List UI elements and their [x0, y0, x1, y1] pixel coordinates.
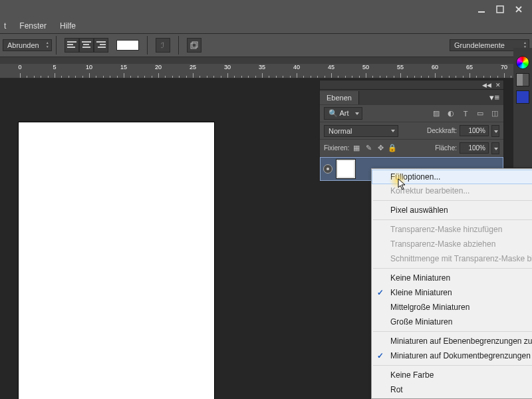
warp-text-button[interactable]: ℐ: [156, 38, 170, 53]
menu-cut[interactable]: t: [4, 20, 13, 32]
menu-hilfe[interactable]: Hilfe: [53, 20, 82, 32]
styles-icon[interactable]: [516, 90, 529, 104]
separator: [373, 219, 532, 220]
lock-label: Fixieren:: [324, 144, 349, 152]
panel-close-icon[interactable]: ✕: [495, 82, 501, 88]
layer-thumbnail[interactable]: [336, 160, 355, 178]
panel-collapse-icon[interactable]: ◀◀: [482, 82, 491, 88]
ctx-small-thumbnails[interactable]: Kleine Miniaturen: [372, 285, 532, 300]
ruler-tick-label: 10: [86, 64, 92, 70]
svg-rect-1: [497, 6, 503, 13]
filter-smart-icon[interactable]: ◫: [490, 109, 499, 118]
color-wheel-icon[interactable]: [516, 56, 529, 69]
ruler-tick-label: 60: [432, 64, 438, 70]
fill-value[interactable]: 100%: [460, 142, 489, 154]
ctx-no-color[interactable]: Keine Farbe: [372, 368, 532, 382]
align-center-button[interactable]: [79, 38, 94, 53]
align-buttons: [65, 38, 108, 53]
layers-tab[interactable]: Ebenen: [320, 91, 359, 104]
ruler-tick-label: 25: [190, 64, 196, 70]
document-tab-strip: [0, 57, 532, 64]
ctx-edit-adjustment: Korrektur bearbeiten...: [372, 184, 532, 198]
svg-rect-2: [191, 43, 196, 49]
ruler-tick-label: 35: [259, 64, 265, 70]
filter-shape-icon[interactable]: ▭: [475, 109, 485, 118]
ctx-add-mask: Transparenz-Maske hinzufügen: [372, 222, 532, 237]
ctx-subtract-mask: Transparenz-Maske abziehen: [372, 237, 532, 251]
panel-menu-icon[interactable]: ▾≡: [485, 92, 503, 102]
ruler-tick-label: 70: [501, 64, 507, 70]
lock-all-icon[interactable]: 🔒: [388, 144, 397, 153]
3d-button[interactable]: [187, 38, 201, 53]
ctx-clip-document-bounds[interactable]: Miniaturen auf Dokumentbegrenzungen zusc…: [372, 348, 532, 363]
ctx-medium-thumbnails[interactable]: Mittelgroße Miniaturen: [372, 300, 532, 315]
fill-slider-button[interactable]: [491, 142, 499, 154]
ctx-large-thumbnails[interactable]: Große Miniaturen: [372, 315, 532, 329]
minimize-button[interactable]: [472, 3, 491, 16]
horizontal-ruler: 0510152025303540455055606570: [0, 64, 532, 78]
ctx-no-thumbnails[interactable]: Keine Miniaturen: [372, 271, 532, 285]
filter-adjust-icon[interactable]: ◐: [446, 109, 456, 118]
document-canvas[interactable]: [19, 122, 214, 399]
opacity-value[interactable]: 100%: [460, 125, 489, 136]
lock-position-icon[interactable]: ✥: [376, 144, 385, 153]
close-button[interactable]: [509, 3, 528, 16]
ctx-select-pixels[interactable]: Pixel auswählen: [372, 203, 532, 217]
filter-type-dropdown[interactable]: 🔍 Art: [324, 107, 362, 120]
options-bar: Abrunden ℐ Grundelemente: [0, 33, 532, 57]
ruler-tick-label: 5: [53, 64, 56, 70]
svg-rect-3: [192, 42, 198, 47]
ruler-tick-label: 0: [18, 64, 21, 70]
ruler-tick-label: 65: [466, 64, 473, 70]
title-bar: [0, 0, 532, 19]
ruler-tick-label: 30: [224, 64, 231, 70]
ruler-tick-label: 50: [362, 64, 369, 70]
align-left-button[interactable]: [65, 38, 79, 53]
filter-image-icon[interactable]: ▨: [432, 109, 441, 118]
ctx-clip-layer-bounds[interactable]: Miniaturen auf Ebenenbegrenzungen zuschn…: [372, 334, 532, 348]
svg-rect-0: [478, 11, 485, 13]
maximize-button[interactable]: [491, 3, 509, 16]
swatches-icon[interactable]: [516, 73, 529, 86]
separator: [147, 36, 148, 55]
right-dock: [513, 48, 532, 168]
blend-mode-dropdown[interactable]: Normal: [324, 125, 398, 137]
separator: [178, 36, 179, 55]
filter-type-icon[interactable]: T: [461, 109, 470, 118]
separator: [373, 365, 532, 366]
ruler-tick-label: 15: [120, 64, 127, 70]
visibility-icon[interactable]: [323, 164, 332, 174]
separator: [373, 268, 532, 269]
ctx-fill-options[interactable]: Fülloptionen...: [372, 170, 532, 184]
ruler-tick-label: 45: [328, 64, 334, 70]
align-right-button[interactable]: [94, 38, 108, 53]
lock-paint-icon[interactable]: ✎: [364, 144, 373, 153]
opacity-slider-button[interactable]: [491, 125, 499, 137]
ctx-intersect-mask: Schnittmenge mit Transparenz-Maske bilde…: [372, 251, 532, 266]
separator: [373, 331, 532, 332]
ruler-tick-label: 20: [155, 64, 162, 70]
color-swatch[interactable]: [116, 40, 139, 51]
separator: [373, 200, 532, 201]
lock-pixels-icon[interactable]: ▦: [352, 144, 361, 153]
window-buttons: [472, 3, 528, 16]
fill-label: Fläche:: [435, 144, 457, 152]
ctx-color-red[interactable]: Rot: [372, 382, 532, 397]
filter-icons: ▨ ◐ T ▭ ◫: [432, 109, 499, 118]
layers-panel: ◀◀ ✕ Ebenen ▾≡ 🔍 Art ▨ ◐ T ▭ ◫ Normal De…: [319, 80, 504, 182]
shape-mode-dropdown[interactable]: Abrunden: [3, 39, 52, 51]
opacity-label: Deckkraft:: [427, 127, 457, 134]
ruler-tick-label: 55: [397, 64, 404, 70]
menu-bar: t Fenster Hilfe: [0, 19, 532, 33]
separator: [56, 36, 57, 55]
ruler-tick-label: 40: [293, 64, 300, 70]
menu-fenster[interactable]: Fenster: [13, 20, 53, 32]
layer-context-menu: Fülloptionen... Korrektur bearbeiten... …: [371, 168, 532, 399]
